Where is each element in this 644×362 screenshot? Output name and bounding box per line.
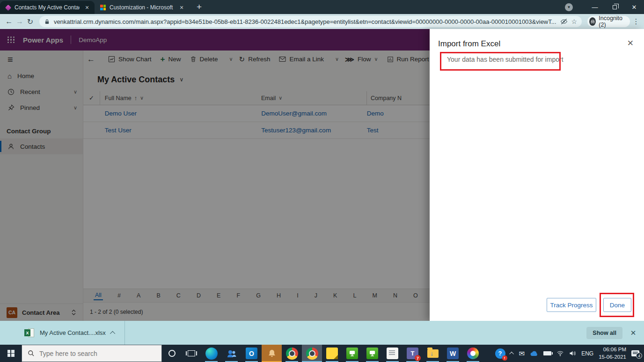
taskbar-notification-bell[interactable]: [262, 345, 282, 362]
track-progress-button[interactable]: Track Progress: [547, 298, 596, 312]
sticky-notes-icon: [326, 348, 338, 359]
tray-date: 15-06-2021: [599, 354, 626, 360]
system-tray: ?! ✉ ENG 06:06 PM 15-06-2021 4: [495, 345, 644, 362]
lock-icon: [44, 19, 50, 25]
paint-icon: [467, 348, 479, 359]
chrome-incognito-icon: [286, 348, 298, 360]
teams-icon: T7: [407, 348, 418, 359]
power-apps-favicon: [5, 4, 11, 10]
restore-icon: [613, 5, 617, 9]
taskbar-chrome-incognito-1[interactable]: [282, 345, 302, 362]
clock[interactable]: 06:06 PM 15-06-2021: [599, 346, 626, 361]
cortana-icon: [168, 350, 176, 357]
tray-expand-chevron-icon[interactable]: [509, 352, 514, 356]
download-bar-close-icon[interactable]: ✕: [622, 329, 644, 337]
back-button[interactable]: ←: [4, 17, 15, 26]
taskbar-people[interactable]: [221, 345, 242, 362]
microsoft-favicon: [100, 5, 106, 10]
battery-icon[interactable]: [543, 351, 551, 355]
browser-tab-bar: Contacts My Active Contacts - Po × Custo…: [0, 0, 644, 14]
tab-title: Customization - Microsoft Dynam: [110, 4, 174, 11]
taskbar-chrome-incognito-2[interactable]: [302, 345, 322, 362]
window-close-button[interactable]: ✕: [624, 0, 644, 14]
notepad-icon: [387, 348, 398, 359]
chrome-incognito-icon: [306, 348, 318, 360]
wifi-icon[interactable]: [556, 350, 564, 356]
downloads-folder-icon: ↓: [427, 349, 439, 358]
download-item[interactable]: X My Active Contact....xlsx: [0, 321, 124, 345]
taskbar-notepad[interactable]: [382, 345, 402, 362]
modal-dim-overlay: [0, 29, 430, 321]
window-minimize-button[interactable]: —: [585, 0, 605, 14]
chevron-up-icon[interactable]: [110, 331, 115, 336]
windows-logo-icon: [7, 350, 15, 357]
edge-icon: [205, 348, 218, 360]
taskbar-sticky-notes[interactable]: [322, 345, 342, 362]
bookmark-star-icon[interactable]: ☆: [571, 18, 578, 25]
taskbar-word[interactable]: W: [443, 345, 463, 362]
tab-contacts[interactable]: Contacts My Active Contacts - Po ×: [0, 1, 95, 14]
taskbar-teams[interactable]: T7: [402, 345, 423, 362]
incognito-badge[interactable]: Incognito (2): [587, 16, 630, 27]
word-icon: W: [447, 348, 459, 359]
tab-search-button[interactable]: ▼: [565, 3, 573, 11]
annotation-box-message: [440, 52, 561, 71]
task-view-icon: [188, 350, 195, 356]
action-center-icon[interactable]: 4: [631, 350, 639, 356]
incognito-label: Incognito (2): [599, 15, 624, 28]
people-icon: [226, 348, 237, 359]
alert-badge: !: [502, 355, 507, 361]
bell-icon: [267, 349, 277, 358]
browser-toolbar: ← → ↻ venkattrial.crm.dynamics.com/main.…: [0, 14, 644, 29]
url-text: venkattrial.crm.dynamics.com/main.aspx?a…: [54, 18, 556, 25]
window-controls: ▼ — ✕: [565, 0, 644, 14]
language-indicator[interactable]: ENG: [581, 350, 593, 357]
taskbar-search[interactable]: [22, 345, 162, 362]
forward-button[interactable]: →: [15, 17, 25, 26]
cortana-button[interactable]: [162, 345, 182, 362]
browser-menu-icon[interactable]: ⋮: [632, 17, 640, 26]
outlook-icon: O: [246, 348, 257, 359]
tab-close-icon[interactable]: ×: [83, 4, 91, 11]
search-icon: [28, 350, 35, 357]
taskbar-outlook[interactable]: O: [242, 345, 262, 362]
download-bar: X My Active Contact....xlsx Show all ✕: [0, 321, 644, 345]
annotation-box-done: [600, 293, 634, 317]
taskbar: O T7 ↓ W ?! ✉ ENG 06:06 PM 15-06-2021 4: [0, 345, 644, 362]
tray-time: 06:06 PM: [603, 347, 626, 352]
taskbar-edge[interactable]: [201, 345, 221, 362]
teams-badge: 7: [415, 355, 421, 361]
import-panel: Import from Excel ✕ Your data has been s…: [430, 29, 644, 321]
speaker-icon[interactable]: [569, 350, 576, 356]
eye-slash-icon[interactable]: [560, 18, 568, 25]
taskbar-screen-app-1[interactable]: [342, 345, 362, 362]
green-monitor-icon: [366, 348, 378, 359]
taskbar-paint[interactable]: [463, 345, 483, 362]
onedrive-cloud-icon[interactable]: [530, 351, 538, 356]
mail-tray-icon[interactable]: ✉: [519, 349, 525, 358]
task-view-button[interactable]: [182, 345, 201, 362]
show-all-button[interactable]: Show all: [586, 327, 622, 339]
panel-close-icon[interactable]: ✕: [627, 38, 634, 48]
download-filename: My Active Contact....xlsx: [40, 329, 106, 336]
incognito-icon: [589, 17, 596, 26]
excel-file-icon: X: [24, 328, 34, 338]
new-tab-button[interactable]: +: [197, 2, 202, 12]
start-button[interactable]: [0, 345, 22, 362]
address-bar[interactable]: venkattrial.crm.dynamics.com/main.aspx?a…: [39, 16, 582, 27]
divider: [124, 321, 125, 345]
taskbar-downloads-folder[interactable]: ↓: [423, 345, 443, 362]
panel-title: Import from Excel: [438, 39, 500, 49]
help-app-icon[interactable]: ?!: [495, 348, 505, 359]
green-monitor-icon: [346, 348, 358, 359]
tab-title: Contacts My Active Contacts - Po: [15, 4, 80, 11]
tab-close-icon[interactable]: ×: [178, 4, 185, 11]
taskbar-screen-app-2[interactable]: [362, 345, 382, 362]
notification-count-badge: 4: [636, 353, 642, 359]
reload-button[interactable]: ↻: [25, 17, 36, 26]
window-restore-button[interactable]: [605, 0, 624, 14]
tab-customization[interactable]: Customization - Microsoft Dynam ×: [95, 1, 189, 14]
search-input[interactable]: [39, 350, 147, 357]
